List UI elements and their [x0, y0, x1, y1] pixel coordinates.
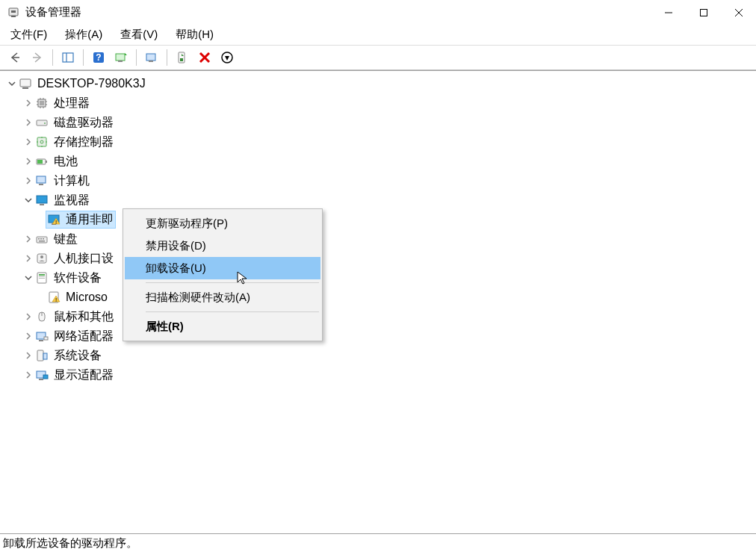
menu-file[interactable]: 文件(F) [4, 26, 53, 43]
chevron-down-icon[interactable] [6, 78, 18, 90]
tree-item-label: 人机接口设 [54, 251, 114, 267]
context-separator [146, 282, 319, 283]
svg-rect-60 [39, 274, 45, 276]
tree-item[interactable]: 显示适配器 [6, 365, 756, 385]
tree-item-monitors[interactable]: 监视器 [6, 190, 756, 210]
tree-item-label: 监视器 [54, 193, 90, 208]
minimize-button[interactable] [651, 0, 686, 25]
system-icon [34, 348, 49, 363]
chevron-right-icon[interactable] [22, 97, 34, 109]
svg-rect-16 [146, 54, 155, 61]
software-warning-icon: ! [46, 290, 61, 305]
disable-tool-button[interactable] [217, 47, 238, 68]
tree-item-label: 电池 [54, 154, 78, 170]
context-uninstall-device[interactable]: 卸载设备(U) [125, 257, 320, 279]
chevron-right-icon[interactable] [22, 330, 34, 342]
tree-item-label: 显示适配器 [54, 368, 114, 383]
chevron-down-icon[interactable] [22, 272, 34, 284]
chevron-right-icon[interactable] [22, 233, 34, 245]
display-adapter-icon [34, 368, 49, 382]
tree-root-label: DESKTOP-7980K3J [37, 77, 146, 90]
menu-help[interactable]: 帮助(H) [170, 26, 220, 43]
storage-icon [34, 134, 49, 149]
chevron-right-icon[interactable] [22, 311, 34, 323]
svg-rect-9 [63, 53, 73, 62]
svg-rect-54 [40, 238, 42, 240]
monitor-warning-icon: ! [46, 212, 61, 227]
chevron-right-icon[interactable] [22, 117, 34, 128]
menu-action[interactable]: 操作(A) [59, 26, 108, 43]
properties-button[interactable] [141, 47, 162, 68]
scan-button[interactable] [111, 47, 131, 68]
update-driver-tool-button[interactable] [172, 47, 193, 68]
svg-rect-1 [11, 10, 16, 13]
help-button[interactable]: ? [88, 47, 109, 68]
tree-item-software[interactable]: 软件设备 [6, 268, 756, 288]
software-icon [34, 270, 49, 285]
context-scan-hardware[interactable]: 扫描检测硬件改动(A) [125, 286, 320, 308]
tree-item-software-child[interactable]: ! Microso [6, 288, 756, 307]
maximize-button[interactable] [686, 0, 721, 25]
svg-point-58 [40, 255, 43, 258]
svg-rect-28 [40, 101, 44, 105]
tree-item[interactable]: 计算机 [6, 171, 756, 190]
device-tree-area: DESKTOP-7980K3J 处理器 磁盘驱动 [0, 70, 756, 533]
svg-rect-17 [149, 61, 153, 62]
toolbar-separator [167, 49, 167, 66]
tree-item[interactable]: 网络适配器 [6, 326, 756, 346]
tree-item-label: 软件设备 [54, 270, 102, 286]
hid-icon [34, 251, 49, 266]
uninstall-tool-button[interactable] [194, 47, 215, 68]
toolbar: ? [0, 45, 756, 70]
svg-rect-52 [37, 237, 47, 243]
tree-root-computer[interactable]: DESKTOP-7980K3J [6, 74, 756, 93]
statusbar: 卸载所选设备的驱动程序。 [0, 533, 756, 552]
menu-view[interactable]: 查看(V) [114, 26, 164, 43]
context-update-driver[interactable]: 更新驱动程序(P) [125, 212, 320, 235]
chevron-right-icon[interactable] [22, 252, 34, 264]
svg-rect-14 [118, 61, 123, 62]
tree-item[interactable]: 处理器 [6, 93, 756, 113]
chevron-right-icon[interactable] [22, 369, 34, 381]
status-text: 卸载所选设备的驱动程序。 [3, 536, 137, 551]
svg-rect-2 [11, 16, 16, 17]
context-properties[interactable]: 属性(R) [125, 315, 320, 338]
toolbar-separator [83, 49, 84, 66]
tree-item[interactable]: 键盘 [6, 229, 756, 249]
close-button[interactable] [721, 0, 756, 25]
computer-icon [34, 173, 49, 188]
cpu-icon [34, 96, 49, 111]
tree-item-label: 磁盘驱动器 [54, 115, 114, 131]
chevron-right-icon[interactable] [22, 136, 34, 148]
svg-rect-39 [37, 137, 46, 146]
svg-rect-69 [39, 340, 43, 341]
tree-item[interactable]: 电池 [6, 152, 756, 171]
svg-rect-53 [38, 238, 40, 240]
tree-item[interactable]: 鼠标和其他 [6, 307, 756, 326]
forward-button[interactable] [27, 47, 48, 68]
monitor-icon [34, 193, 49, 208]
svg-rect-26 [22, 87, 28, 89]
svg-rect-74 [39, 379, 43, 380]
tree-item-label: 存储控制器 [54, 134, 114, 150]
menubar: 文件(F) 操作(A) 查看(V) 帮助(H) [0, 25, 756, 45]
chevron-down-icon[interactable] [22, 194, 34, 206]
tree-item-generic-monitor[interactable]: ! 通用非即 [6, 210, 756, 229]
svg-rect-43 [37, 160, 43, 164]
chevron-right-icon[interactable] [22, 175, 34, 187]
back-button[interactable] [4, 47, 25, 68]
svg-rect-62 [39, 278, 45, 279]
tree-item[interactable]: 磁盘驱动器 [6, 113, 756, 132]
tree-item[interactable]: 人机接口设 [6, 249, 756, 268]
tree-item[interactable]: 存储控制器 [6, 132, 756, 152]
chevron-right-icon[interactable] [22, 155, 34, 167]
tree-item[interactable]: 系统设备 [6, 346, 756, 365]
computer-icon [18, 76, 33, 91]
show-hide-tree-button[interactable] [58, 47, 78, 68]
svg-rect-20 [180, 58, 183, 61]
keyboard-icon [34, 232, 49, 246]
context-disable-device[interactable]: 禁用设备(D) [125, 235, 320, 257]
tree-item-label: 计算机 [54, 173, 90, 189]
chevron-right-icon[interactable] [22, 350, 34, 362]
svg-rect-75 [43, 375, 48, 379]
